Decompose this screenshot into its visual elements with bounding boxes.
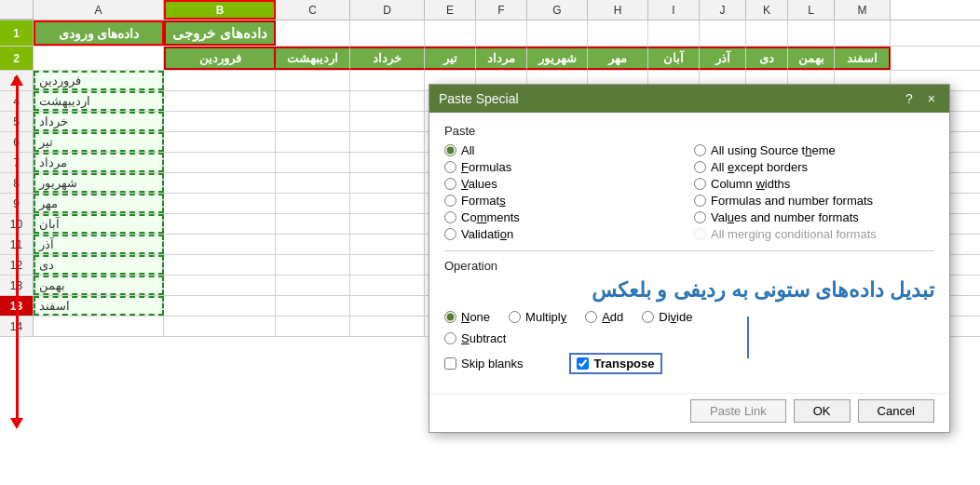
radio-add-input[interactable] bbox=[585, 311, 597, 323]
radio-formulas-number-input[interactable] bbox=[694, 195, 706, 207]
spreadsheet: A B C D E F G H I J K L M 1 داده‌های ورو… bbox=[0, 0, 980, 485]
radio-add-label: Add bbox=[602, 310, 623, 324]
radio-values: Values bbox=[444, 177, 685, 191]
radio-col-widths-input[interactable] bbox=[694, 178, 706, 190]
paste-options-grid: All All using Source theme Formulas All … bbox=[444, 143, 934, 241]
check-options-row: Skip blanks Transpose bbox=[444, 353, 934, 374]
radio-formulas-number-label: Formulas and number formats bbox=[711, 194, 873, 208]
radio-formats-label: Formats bbox=[461, 194, 506, 208]
operation-options-row2: Subtract bbox=[444, 331, 934, 345]
radio-values-input[interactable] bbox=[444, 178, 456, 190]
blue-connector-line bbox=[747, 317, 749, 358]
paste-section-label: Paste bbox=[444, 124, 934, 138]
radio-values-number-input[interactable] bbox=[694, 211, 706, 223]
radio-multiply-label: Multiply bbox=[525, 310, 566, 324]
radio-formats: Formats bbox=[444, 194, 685, 208]
operation-big-text: تبدیل داده‌های ستونی به ردیفی و بلعکس bbox=[444, 278, 934, 303]
dialog-footer: Paste Link OK Cancel bbox=[429, 393, 949, 432]
radio-subtract: Subtract bbox=[444, 331, 506, 345]
ok-button[interactable]: OK bbox=[794, 399, 851, 423]
radio-divide-label: Divide bbox=[659, 310, 692, 324]
radio-values-number: Values and number formats bbox=[694, 210, 934, 224]
radio-formulas: Formulas bbox=[444, 160, 685, 174]
radio-formulas-input[interactable] bbox=[444, 161, 456, 173]
skip-blanks-checkbox[interactable] bbox=[444, 357, 456, 370]
radio-validation-label: Validation bbox=[461, 227, 513, 241]
radio-all-source-input[interactable] bbox=[694, 144, 706, 156]
dialog-titlebar: Paste Special ? × bbox=[429, 85, 949, 113]
paste-link-button: Paste Link bbox=[690, 399, 786, 423]
radio-all-source: All using Source theme bbox=[694, 143, 934, 157]
radio-divide-input[interactable] bbox=[642, 311, 654, 323]
radio-comments: Comments bbox=[444, 210, 685, 224]
skip-blanks-label: Skip blanks bbox=[461, 357, 523, 370]
radio-comments-label: Comments bbox=[461, 210, 520, 224]
dialog-close-button[interactable]: × bbox=[923, 90, 940, 107]
cancel-button[interactable]: Cancel bbox=[858, 399, 934, 423]
radio-none-label: None bbox=[461, 310, 490, 324]
check-skip-blanks: Skip blanks bbox=[444, 357, 523, 370]
radio-all-merging-label: All merging conditional formats bbox=[711, 227, 877, 241]
divider-1 bbox=[444, 250, 934, 251]
radio-formulas-number: Formulas and number formats bbox=[694, 194, 934, 208]
radio-none-input[interactable] bbox=[444, 311, 456, 323]
transpose-checkbox[interactable] bbox=[577, 357, 589, 370]
radio-all-source-label: All using Source theme bbox=[711, 143, 836, 157]
radio-all-except-input[interactable] bbox=[694, 161, 706, 173]
dialog-body: Paste All All using Source theme Formula… bbox=[429, 113, 949, 393]
dialog-title-buttons: ? × bbox=[901, 90, 940, 107]
radio-subtract-label: Subtract bbox=[461, 331, 506, 345]
radio-divide: Divide bbox=[642, 310, 692, 324]
transpose-label: Transpose bbox=[593, 357, 654, 370]
radio-values-label: Values bbox=[461, 177, 497, 191]
radio-none: None bbox=[444, 310, 490, 324]
transpose-wrapper: Transpose bbox=[569, 353, 661, 374]
dialog-help-button[interactable]: ? bbox=[901, 90, 918, 107]
radio-col-widths-label: Column widths bbox=[711, 177, 790, 191]
radio-multiply-input[interactable] bbox=[509, 311, 521, 323]
radio-all-except-label: All except borders bbox=[711, 160, 808, 174]
radio-subtract-input[interactable] bbox=[444, 332, 456, 344]
radio-all-label: All bbox=[461, 143, 474, 157]
paste-special-dialog: Paste Special ? × Paste All All using So… bbox=[429, 84, 950, 433]
radio-col-widths: Column widths bbox=[694, 177, 934, 191]
radio-formulas-label: Formulas bbox=[461, 160, 511, 174]
operation-label: Operation bbox=[444, 259, 934, 273]
radio-comments-input[interactable] bbox=[444, 211, 456, 223]
radio-validation-input[interactable] bbox=[444, 228, 456, 240]
radio-all-except: All except borders bbox=[694, 160, 934, 174]
operation-options-row: None Multiply Add Divide bbox=[444, 310, 934, 324]
dialog-overlay: Paste Special ? × Paste All All using So… bbox=[0, 0, 980, 485]
radio-all-merging-input bbox=[694, 228, 706, 240]
radio-all-merging: All merging conditional formats bbox=[694, 227, 934, 241]
radio-values-number-label: Values and number formats bbox=[711, 210, 859, 224]
radio-all-input[interactable] bbox=[444, 144, 456, 156]
radio-formats-input[interactable] bbox=[444, 195, 456, 207]
radio-all: All bbox=[444, 143, 685, 157]
radio-validation: Validation bbox=[444, 227, 685, 241]
radio-multiply: Multiply bbox=[509, 310, 566, 324]
dialog-title: Paste Special bbox=[439, 91, 519, 106]
radio-add: Add bbox=[585, 310, 623, 324]
